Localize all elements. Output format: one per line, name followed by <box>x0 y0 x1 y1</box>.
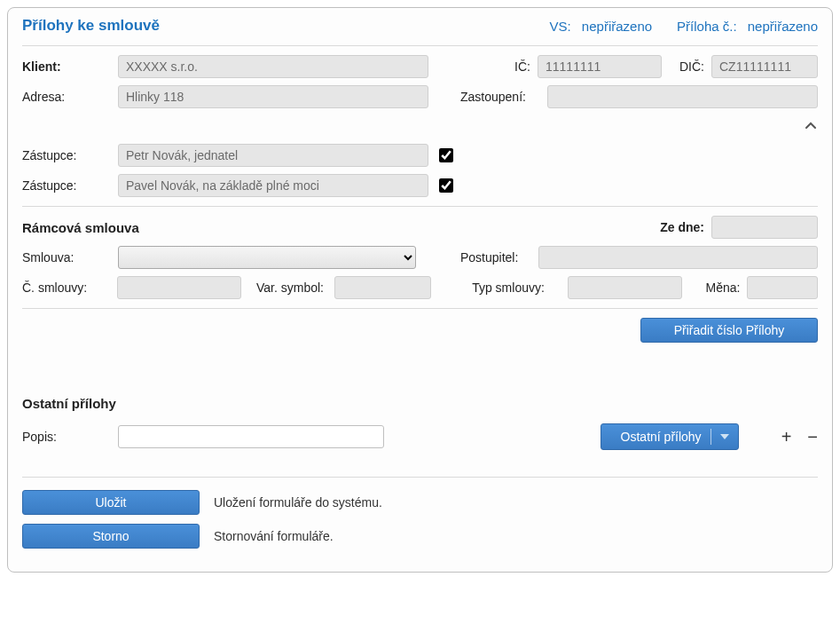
klient-field[interactable]: XXXXX s.r.o. <box>118 55 428 78</box>
cancel-description: Stornování formuláře. <box>214 529 334 543</box>
form-panel: Přílohy ke smlouvě VS: nepřiřazeno Přílo… <box>7 7 833 573</box>
priloha-label: Příloha č.: <box>677 19 737 34</box>
zastupce-row-1: Zástupce: Petr Novák, jednatel <box>22 144 818 167</box>
ze-dne-label: Ze dne: <box>660 220 704 234</box>
klient-row: Klient: XXXXX s.r.o. IČ: 11111111 DIČ: C… <box>22 55 818 78</box>
dropdown-separator <box>710 429 711 445</box>
mena-field[interactable] <box>747 276 818 299</box>
form-header: Přílohy ke smlouvě VS: nepřiřazeno Přílo… <box>22 8 818 46</box>
postupitel-label: Postupitel: <box>460 250 531 265</box>
divider-2 <box>22 308 818 309</box>
adresa-row: Adresa: Hlinky 118 Zastoupení: <box>22 85 818 108</box>
postupitel-field[interactable] <box>538 246 818 269</box>
ic-label: IČ: <box>504 59 530 74</box>
ramcova-header: Rámcová smlouva Ze dne: <box>22 216 818 239</box>
adresa-label: Adresa: <box>22 90 111 104</box>
c-smlouvy-field[interactable] <box>117 276 240 299</box>
typ-smlouvy-field[interactable] <box>568 276 682 299</box>
zastupce-label-2: Zástupce: <box>22 178 111 193</box>
save-button[interactable]: Uložit <box>22 490 200 515</box>
zastoupeni-label: Zastoupení: <box>460 90 540 104</box>
popis-input[interactable] <box>118 425 384 448</box>
vs-label: VS: <box>550 19 571 34</box>
var-symbol-label: Var. symbol: <box>248 280 327 295</box>
smlouva-row: Smlouva: Postupitel: <box>22 246 818 269</box>
popis-row: Popis: Ostatní přílohy + − <box>22 423 818 450</box>
c-smlouvy-label: Č. smlouvy: <box>22 280 110 295</box>
zastupce-field-2[interactable]: Pavel Novák, na základě plné moci <box>118 174 428 197</box>
klient-label: Klient: <box>22 59 111 74</box>
ze-dne-field[interactable] <box>711 216 818 239</box>
save-description: Uložení formuláře do systému. <box>214 495 382 510</box>
zastupce-checkbox-1[interactable] <box>439 148 453 162</box>
zastupce-row-2: Zástupce: Pavel Novák, na základě plné m… <box>22 174 818 197</box>
smlouva-select[interactable] <box>118 246 416 269</box>
ramcova-title: Rámcová smlouva <box>22 220 139 235</box>
zastoupeni-field[interactable] <box>547 85 818 108</box>
smlouva-details-row: Č. smlouvy: Var. symbol: Typ smlouvy: Mě… <box>22 276 818 299</box>
zastupce-label-1: Zástupce: <box>22 148 111 162</box>
form-footer: Uložit Uložení formuláře do systému. Sto… <box>22 477 818 549</box>
typ-smlouvy-label: Typ smlouvy: <box>472 280 560 295</box>
ic-field[interactable]: 11111111 <box>538 55 662 78</box>
dic-field[interactable]: CZ11111111 <box>711 55 818 78</box>
zastupce-field-1[interactable]: Petr Novák, jednatel <box>118 144 428 167</box>
cancel-button[interactable]: Storno <box>22 524 200 549</box>
mena-label: Měna: <box>696 280 741 295</box>
vs-value: nepřiřazeno <box>582 19 652 34</box>
chevron-up-icon[interactable] <box>804 119 818 133</box>
priloha-value: nepřiřazeno <box>748 19 818 34</box>
form-title: Přílohy ke smlouvě <box>22 17 160 35</box>
assign-number-button[interactable]: Přiřadit číslo Přílohy <box>640 318 818 343</box>
dic-label: DIČ: <box>669 59 704 74</box>
divider-1 <box>22 206 818 207</box>
smlouva-label: Smlouva: <box>22 250 111 265</box>
add-button[interactable]: + <box>781 428 792 446</box>
ostatni-dropdown[interactable]: Ostatní přílohy <box>601 423 739 450</box>
ostatni-dropdown-label: Ostatní přílohy <box>621 430 702 444</box>
adresa-field[interactable]: Hlinky 118 <box>118 85 428 108</box>
header-meta: VS: nepřiřazeno Příloha č.: nepřiřazeno <box>550 19 819 34</box>
remove-button[interactable]: − <box>807 428 818 446</box>
var-symbol-field[interactable] <box>334 276 431 299</box>
collapse-row <box>22 115 818 137</box>
ostatni-title: Ostatní přílohy <box>22 396 818 411</box>
add-remove-group: + − <box>781 428 818 446</box>
popis-label: Popis: <box>22 430 111 444</box>
chevron-down-icon <box>720 434 729 439</box>
zastupce-checkbox-2[interactable] <box>439 178 453 193</box>
